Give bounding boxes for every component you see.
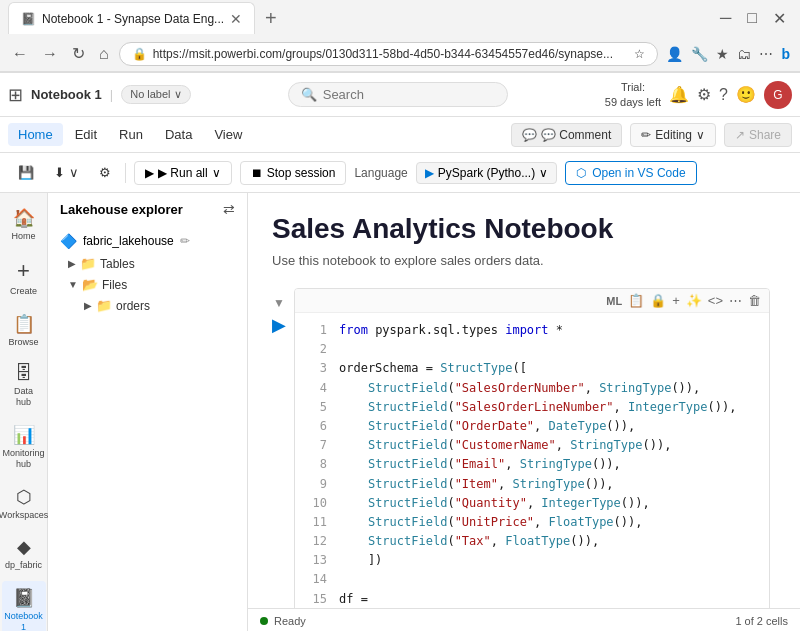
ribbon-tab-home[interactable]: Home <box>8 123 63 146</box>
lakehouse-item[interactable]: 🔷 fabric_lakehouse ✏ <box>48 229 247 253</box>
refresh-button[interactable]: ↻ <box>68 42 89 65</box>
help-button[interactable]: ? <box>719 86 728 104</box>
trial-line2: 59 days left <box>605 95 661 109</box>
tree-item-tables[interactable]: ▶ 📁 Tables <box>48 253 247 274</box>
open-vs-code-button[interactable]: ⬡ Open in VS Code <box>565 161 696 185</box>
comment-button[interactable]: 💬 💬 Comment <box>511 123 622 147</box>
cell-magic-button[interactable]: ✨ <box>686 293 702 308</box>
ribbon-tab-view[interactable]: View <box>204 123 252 146</box>
sidebar-item-datahub[interactable]: 🗄 Data hub <box>2 357 46 414</box>
code-line-7: 7 StructField("CustomerName", StringType… <box>307 436 757 455</box>
label-text: No label <box>130 88 170 100</box>
code-line-10: 10 StructField("Quantity", IntegerType()… <box>307 494 757 513</box>
code-cell: ▼ ▶ ML 📋 🔒 + ✨ <> ⋯ <box>272 288 770 608</box>
extensions-icon[interactable]: 🔧 <box>689 44 710 64</box>
sidebar-item-monitoring[interactable]: 📊 Monitoring hub <box>2 418 46 476</box>
avatar[interactable]: G <box>764 81 792 109</box>
settings-button[interactable]: ⚙ <box>697 85 711 104</box>
sidebar-browse-label: Browse <box>8 337 38 348</box>
cell-settings-button[interactable]: ⚙ <box>93 161 117 184</box>
cell-code[interactable]: 1 from pyspark.sql.types import * 2 3 or <box>295 313 769 608</box>
notebook-icon: 📓 <box>13 587 35 609</box>
sidebar-home-label: Home <box>11 231 35 242</box>
home-button[interactable]: ⌂ <box>95 43 113 65</box>
files-arrow-icon: ▼ <box>68 279 78 290</box>
cell-add-button[interactable]: + <box>672 293 680 308</box>
ribbon-tab-run[interactable]: Run <box>109 123 153 146</box>
run-all-button[interactable]: ▶ ▶ Run all ∨ <box>134 161 232 185</box>
ribbon-tab-edit[interactable]: Edit <box>65 123 107 146</box>
lang-chevron: ∨ <box>539 166 548 180</box>
cell-expand-icon[interactable]: ▼ <box>273 296 285 310</box>
cell-ml-button[interactable]: ML <box>606 295 622 307</box>
monitoring-icon: 📊 <box>13 424 35 446</box>
explorer-title: Lakehouse explorer <box>60 202 183 217</box>
sidebar-item-create[interactable]: + Create <box>2 252 46 303</box>
notebook-subtitle: Use this notebook to explore sales order… <box>272 253 770 268</box>
language-selector[interactable]: ▶ PySpark (Pytho...) ∨ <box>416 162 557 184</box>
tree-item-orders[interactable]: ▶ 📁 orders <box>48 295 247 316</box>
notebook-area: Sales Analytics Notebook Use this notebo… <box>248 193 800 631</box>
tab-close-button[interactable]: ✕ <box>230 11 242 27</box>
active-tab[interactable]: 📓 Notebook 1 - Synapse Data Eng... ✕ <box>8 2 255 34</box>
trial-badge: Trial: 59 days left <box>605 80 661 109</box>
lakehouse-name: fabric_lakehouse <box>83 234 174 248</box>
browser-settings-icon[interactable]: ⋯ <box>757 44 775 64</box>
explorer-collapse-button[interactable]: ⇄ <box>223 201 235 217</box>
share-icon: ↗ <box>735 128 745 142</box>
new-tab-button[interactable]: + <box>259 5 283 32</box>
cell-lock-button[interactable]: 🔒 <box>650 293 666 308</box>
tree-item-files[interactable]: ▼ 📂 Files <box>48 274 247 295</box>
trial-line1: Trial: <box>605 80 661 94</box>
cell-delete-button[interactable]: 🗑 <box>748 293 761 308</box>
editing-button[interactable]: ✏ Editing ∨ <box>630 123 716 147</box>
comment-icon: 💬 <box>522 128 537 142</box>
back-button[interactable]: ← <box>8 43 32 65</box>
browser-window-controls: ─ □ ✕ <box>714 7 792 30</box>
status-bar: Ready 1 of 2 cells <box>248 608 800 631</box>
ribbon-tab-data[interactable]: Data <box>155 123 202 146</box>
files-folder-icon: 📂 <box>82 277 98 292</box>
cell-copy-button[interactable]: 📋 <box>628 293 644 308</box>
star-icon[interactable]: ☆ <box>634 47 645 61</box>
cell-more-button[interactable]: ⋯ <box>729 293 742 308</box>
lakehouse-edit-icon[interactable]: ✏ <box>180 234 190 248</box>
minimize-button[interactable]: ─ <box>714 7 737 29</box>
download-button[interactable]: ⬇ ∨ <box>48 161 85 184</box>
save-button[interactable]: 💾 <box>12 161 40 184</box>
profile-icon[interactable]: 👤 <box>664 44 685 64</box>
sidebar-item-workspaces[interactable]: ⬡ Workspaces <box>2 480 46 527</box>
notifications-button[interactable]: 🔔 <box>669 85 689 104</box>
stop-session-button[interactable]: ⏹ Stop session <box>240 161 347 185</box>
share-button[interactable]: ↗ Share <box>724 123 792 147</box>
maximize-button[interactable]: □ <box>741 7 763 29</box>
ribbon: Home Edit Run Data View 💬 💬 Comment ✏ Ed… <box>0 117 800 153</box>
forward-button[interactable]: → <box>38 43 62 65</box>
lakehouse-icon: 🔷 <box>60 233 77 249</box>
label-badge[interactable]: No label ∨ <box>121 85 190 104</box>
favorites-icon[interactable]: ★ <box>714 44 731 64</box>
cell-code-button[interactable]: <> <box>708 293 723 308</box>
sidebar-item-dp-fabric[interactable]: ◆ dp_fabric <box>2 530 46 577</box>
cell-run-icon[interactable]: ▶ <box>272 314 286 336</box>
close-window-button[interactable]: ✕ <box>767 7 792 30</box>
url-text: https://msit.powerbi.com/groups/0130d311… <box>153 47 629 61</box>
search-box[interactable]: 🔍 <box>288 82 508 107</box>
feedback-button[interactable]: 🙂 <box>736 85 756 104</box>
editing-label: Editing <box>655 128 692 142</box>
waffle-icon[interactable]: ⊞ <box>8 84 23 106</box>
edge-copilot-icon[interactable]: b <box>779 44 792 64</box>
share-label: Share <box>749 128 781 142</box>
sidebar-workspaces-label: Workspaces <box>0 510 48 521</box>
notebook-scroll[interactable]: Sales Analytics Notebook Use this notebo… <box>248 193 800 608</box>
browser-chrome: 📓 Notebook 1 - Synapse Data Eng... ✕ + ─… <box>0 0 800 73</box>
sidebar-item-browse[interactable]: 📋 Browse <box>2 307 46 354</box>
sidebar-item-home[interactable]: 🏠 Home <box>2 201 46 248</box>
collections-icon[interactable]: 🗂 <box>735 44 753 64</box>
url-field[interactable]: 🔒 https://msit.powerbi.com/groups/0130d3… <box>119 42 659 66</box>
search-input[interactable] <box>323 87 443 102</box>
code-line-3: 3 orderSchema = StructType([ <box>307 359 757 378</box>
sidebar-datahub-label: Data hub <box>6 386 42 408</box>
code-line-11: 11 StructField("UnitPrice", FloatType())… <box>307 513 757 532</box>
sidebar-item-notebook[interactable]: 📓 Notebook 1 <box>2 581 46 631</box>
